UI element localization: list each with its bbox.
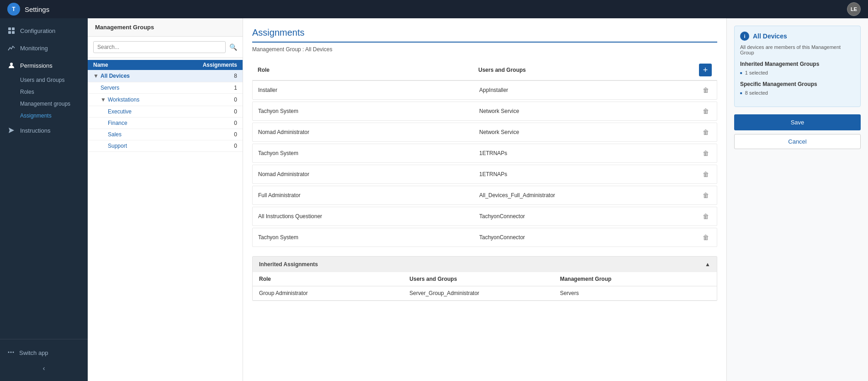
tree-item-count: 1	[223, 85, 237, 91]
sidebar-nav: Configuration Monitoring Permissions Use…	[0, 18, 88, 339]
sidebar-item-permissions[interactable]: Permissions	[0, 57, 88, 74]
sidebar-item-users-groups[interactable]: Users and Groups	[20, 74, 88, 86]
app-logo: T	[7, 3, 20, 16]
tree-col-name: Name	[93, 62, 201, 68]
tree-item-name: Support	[108, 143, 223, 149]
row-users-groups: All_Devices_Full_Administrator	[479, 192, 700, 199]
svg-rect-2	[8, 31, 11, 34]
row-users-groups: 1ETRNAPs	[479, 171, 700, 177]
assignments-table-header: Role Users and Groups +	[252, 60, 717, 80]
search-input[interactable]	[93, 41, 226, 53]
inherited-header[interactable]: Inherited Assignments ▲	[253, 257, 717, 272]
row-users-groups: Server_Group_Administrator	[409, 290, 560, 296]
tree-item-name: Executive	[108, 108, 223, 115]
tree-item-count: 0	[223, 143, 237, 149]
svg-rect-1	[12, 27, 15, 30]
sidebar-item-roles[interactable]: Roles	[20, 86, 88, 98]
row-role: Full Administrator	[258, 192, 479, 199]
svg-point-5	[11, 352, 12, 353]
row-role: Tachyon System	[258, 150, 479, 156]
delete-row-button[interactable]: 🗑	[700, 211, 711, 222]
switch-app-button[interactable]: Switch app	[7, 345, 80, 361]
app-title: Settings	[25, 5, 49, 13]
switch-app-label: Switch app	[19, 349, 48, 356]
delete-row-button[interactable]: 🗑	[700, 190, 711, 201]
table-row: Installer AppInstaller 🗑	[252, 80, 717, 100]
delete-row-button[interactable]: 🗑	[700, 232, 711, 243]
sidebar-item-label: Configuration	[20, 27, 55, 34]
search-container: 🔍	[88, 37, 243, 58]
tree-item-count: 0	[223, 97, 237, 103]
assignments-subtitle: Management Group : All Devices	[252, 46, 717, 53]
delete-row-button[interactable]: 🗑	[700, 106, 711, 117]
toggle-icon: ▼	[101, 97, 108, 103]
delete-row-button[interactable]: 🗑	[700, 169, 711, 180]
row-role: Tachyon System	[258, 108, 479, 114]
tree-item-finance[interactable]: Finance 0	[88, 118, 243, 129]
tree-item-name: Sales	[108, 131, 223, 138]
row-users-groups: Network Service	[479, 108, 700, 114]
tree-item-name: All Devices	[101, 73, 223, 79]
row-role: Nomad Administrator	[258, 171, 479, 177]
tree-item-support[interactable]: Support 0	[88, 140, 243, 152]
row-role: Installer	[258, 87, 479, 93]
tree-item-count: 8	[223, 73, 237, 79]
add-assignment-button[interactable]: +	[699, 64, 712, 76]
tree-item-name: Finance	[108, 120, 223, 126]
row-role: Group Administrator	[259, 290, 409, 296]
tree-item-servers[interactable]: Servers 1	[88, 82, 243, 94]
sidebar-sub-permissions: Users and Groups Roles Management groups…	[0, 74, 88, 122]
sidebar: Configuration Monitoring Permissions Use…	[0, 18, 88, 381]
tree-header: Name Assignments	[88, 60, 243, 70]
collapse-sidebar-button[interactable]: ‹	[7, 361, 80, 376]
row-users-groups: TachyonConnector	[479, 234, 700, 241]
sidebar-item-management-groups[interactable]: Management groups	[20, 98, 88, 110]
sidebar-item-configuration[interactable]: Configuration	[0, 22, 88, 39]
tree-item-executive[interactable]: Executive 0	[88, 106, 243, 118]
inherited-table-header: Role Users and Groups Management Group	[253, 272, 717, 286]
save-button[interactable]: Save	[734, 114, 861, 130]
sidebar-item-instructions[interactable]: Instructions	[0, 122, 88, 139]
tree-col-assignments: Assignments	[201, 62, 237, 68]
svg-rect-0	[8, 27, 11, 30]
table-row: Nomad Administrator Network Service 🗑	[252, 123, 717, 142]
main-layout: Configuration Monitoring Permissions Use…	[0, 18, 868, 381]
inherited-table: Role Users and Groups Management Group G…	[253, 272, 717, 301]
specific-mgmt-list: 8 selected	[740, 89, 855, 97]
sidebar-item-assignments[interactable]: Assignments	[20, 110, 88, 122]
svg-rect-3	[12, 31, 15, 34]
table-row: All Instructions Questioner TachyonConne…	[252, 207, 717, 226]
tree-item-sales[interactable]: Sales 0	[88, 129, 243, 140]
delete-row-button[interactable]: 🗑	[700, 85, 711, 96]
info-card-title: i All Devices	[740, 32, 855, 41]
svg-point-6	[8, 352, 10, 353]
specific-mgmt-title: Specific Management Groups	[740, 81, 855, 87]
delete-row-button[interactable]: 🗑	[700, 148, 711, 159]
tree-item-name: Servers	[101, 85, 223, 91]
table-row: Full Administrator All_Devices_Full_Admi…	[252, 186, 717, 205]
content-area: Management Groups 🔍 Name Assignments ▼ A…	[88, 18, 868, 381]
tree-item-workstations[interactable]: ▼ Workstations 0	[88, 94, 243, 106]
row-role: Tachyon System	[258, 234, 479, 241]
avatar[interactable]: LE	[847, 2, 861, 16]
col-role-header: Role	[258, 67, 478, 73]
inherited-col-role: Role	[259, 276, 409, 282]
info-panel: i All Devices All devices are members of…	[726, 18, 868, 381]
table-row: Nomad Administrator 1ETRNAPs 🗑	[252, 165, 717, 184]
sidebar-item-monitoring[interactable]: Monitoring	[0, 39, 88, 57]
table-row: Tachyon System TachyonConnector 🗑	[252, 228, 717, 247]
cancel-button[interactable]: Cancel	[734, 134, 861, 149]
tree-item-all-devices[interactable]: ▼ All Devices 8	[88, 70, 243, 82]
user-shield-icon	[7, 61, 16, 70]
col-ug-header: Users and Groups	[478, 67, 699, 73]
switch-app-icon	[7, 349, 15, 357]
row-users-groups: AppInstaller	[479, 87, 700, 93]
inherited-mgmt-list: 1 selected	[740, 69, 855, 76]
sidebar-item-label: Monitoring	[20, 45, 48, 52]
chart-icon	[7, 44, 16, 52]
search-icon[interactable]: 🔍	[229, 43, 237, 51]
table-row: Group Administrator Server_Group_Adminis…	[253, 286, 717, 301]
delete-row-button[interactable]: 🗑	[700, 127, 711, 138]
management-groups-panel: Management Groups 🔍 Name Assignments ▼ A…	[88, 18, 243, 381]
sidebar-item-label: Permissions	[20, 62, 53, 69]
